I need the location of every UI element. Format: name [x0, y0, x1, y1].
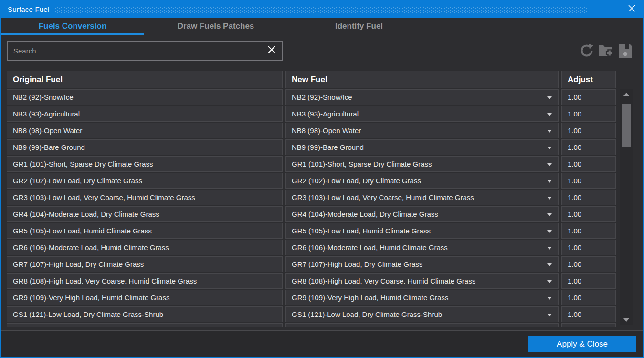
original-fuel-cell: GR2 (102)-Low Load, Dry Climate Grass: [7, 173, 283, 189]
adjust-value-cell[interactable]: 1.00: [561, 256, 616, 272]
scrollbar-thumb[interactable]: [622, 104, 631, 147]
chevron-down-icon: [547, 163, 552, 166]
column-header-new-fuel[interactable]: New Fuel: [285, 71, 559, 88]
table-row: GR8 (108)-High Load, Very Coarse, Humid …: [7, 273, 616, 289]
new-fuel-dropdown[interactable]: NB2 (92)-Snow/Ice: [285, 89, 559, 105]
new-fuel-dropdown[interactable]: GR5 (105)-Low Load, Humid Climate Grass: [285, 223, 559, 239]
table-row-partial: [7, 323, 616, 327]
adjust-value-cell[interactable]: 1.00: [561, 173, 616, 189]
original-fuel-cell: GR4 (104)-Moderate Load, Dry Climate Gra…: [7, 206, 283, 222]
chevron-down-icon: [547, 280, 552, 283]
table-row: GR1 (101)-Short, Sparse Dry Climate Gras…: [7, 156, 616, 172]
column-header-adjust[interactable]: Adjust: [561, 71, 616, 88]
table-header: Original Fuel New Fuel Adjust: [7, 71, 633, 88]
save-button[interactable]: [619, 43, 632, 58]
original-fuel-cell: NB3 (93)-Agricultural: [7, 106, 283, 122]
adjust-value-cell[interactable]: 1.00: [561, 106, 616, 122]
apply-close-button[interactable]: Apply & Close: [528, 336, 636, 352]
close-icon: [628, 5, 635, 13]
chevron-down-icon: [547, 197, 552, 200]
table-row: GR9 (109)-Very High Load, Humid Climate …: [7, 290, 616, 305]
chevron-down-icon: [547, 96, 552, 99]
chevron-down-icon: [547, 147, 552, 149]
new-fuel-dropdown[interactable]: GR3 (103)-Low Load, Very Coarse, Humid C…: [285, 190, 559, 205]
clear-search-button[interactable]: [263, 42, 281, 58]
search-input[interactable]: [7, 41, 283, 61]
refresh-icon: [580, 52, 594, 59]
add-folder-icon: [598, 52, 614, 59]
refresh-button[interactable]: [580, 43, 594, 58]
search-box: [7, 41, 283, 61]
new-fuel-dropdown[interactable]: NB8 (98)-Open Water: [285, 123, 559, 138]
original-fuel-cell: GR5 (105)-Low Load, Humid Climate Grass: [7, 223, 283, 239]
table-row: GS1 (121)-Low Load, Dry Climate Grass-Sh…: [7, 306, 616, 322]
table-row: GR6 (106)-Moderate Load, Humid Climate G…: [7, 240, 616, 255]
chevron-down-icon: [547, 297, 552, 300]
scroll-down-icon: [623, 318, 629, 322]
new-fuel-dropdown[interactable]: GR2 (102)-Low Load, Dry Climate Grass: [285, 173, 559, 189]
tab-bar: Fuels Conversion Draw Fuels Patches Iden…: [1, 18, 643, 34]
chevron-down-icon: [547, 263, 552, 266]
original-fuel-cell: GR8 (108)-High Load, Very Coarse, Humid …: [7, 273, 283, 289]
titlebar[interactable]: Surface Fuel: [0, 0, 644, 18]
scroll-up-button[interactable]: [620, 90, 633, 98]
toolbar: [580, 42, 632, 59]
tab-fuels-conversion[interactable]: Fuels Conversion: [1, 18, 144, 34]
adjust-value-cell[interactable]: 1.00: [561, 290, 616, 305]
table-row: GR4 (104)-Moderate Load, Dry Climate Gra…: [7, 206, 616, 222]
table-row: NB8 (98)-Open Water NB8 (98)-Open Water …: [7, 123, 616, 138]
table-row: NB9 (99)-Bare Ground NB9 (99)-Bare Groun…: [7, 139, 616, 155]
adjust-value-cell[interactable]: 1.00: [561, 273, 616, 289]
adjust-value-cell[interactable]: 1.00: [561, 306, 616, 322]
adjust-value-cell[interactable]: 1.00: [561, 123, 616, 138]
new-fuel-dropdown[interactable]: [285, 323, 559, 327]
titlebar-grip-pattern: [55, 6, 587, 13]
adjust-value-cell[interactable]: 1.00: [561, 190, 616, 205]
footer: Apply & Close: [1, 331, 643, 357]
original-fuel-cell: GR3 (103)-Low Load, Very Coarse, Humid C…: [7, 190, 283, 205]
table-rows-viewport: NB2 (92)-Snow/Ice NB2 (92)-Snow/Ice 1.00…: [7, 89, 616, 327]
new-fuel-dropdown[interactable]: NB3 (93)-Agricultural: [285, 106, 559, 122]
original-fuel-cell: NB9 (99)-Bare Ground: [7, 139, 283, 155]
chevron-down-icon: [547, 130, 552, 133]
new-fuel-dropdown[interactable]: NB9 (99)-Bare Ground: [285, 139, 559, 155]
original-fuel-cell: [7, 323, 283, 327]
adjust-value-cell[interactable]: 1.00: [561, 206, 616, 222]
original-fuel-cell: GR9 (109)-Very High Load, Humid Climate …: [7, 290, 283, 305]
table-row: NB3 (93)-Agricultural NB3 (93)-Agricultu…: [7, 106, 616, 122]
original-fuel-cell: GR7 (107)-High Load, Dry Climate Grass: [7, 256, 283, 272]
adjust-value-cell[interactable]: [561, 323, 616, 327]
new-fuel-dropdown[interactable]: GR8 (108)-High Load, Very Coarse, Humid …: [285, 273, 559, 289]
new-fuel-dropdown[interactable]: GR9 (109)-Very High Load, Humid Climate …: [285, 290, 559, 305]
new-fuel-dropdown[interactable]: GR6 (106)-Moderate Load, Humid Climate G…: [285, 240, 559, 255]
adjust-value-cell[interactable]: 1.00: [561, 156, 616, 172]
adjust-value-cell[interactable]: 1.00: [561, 240, 616, 255]
window-title: Surface Fuel: [8, 5, 49, 13]
scroll-down-button[interactable]: [620, 316, 633, 324]
clear-search-icon: [267, 45, 276, 55]
adjust-value-cell[interactable]: 1.00: [561, 223, 616, 239]
original-fuel-cell: GR6 (106)-Moderate Load, Humid Climate G…: [7, 240, 283, 255]
surface-fuel-dialog: Surface Fuel Fuels Conversion Draw Fuels…: [0, 0, 644, 358]
table-row: GR7 (107)-High Load, Dry Climate Grass G…: [7, 256, 616, 272]
new-fuel-dropdown[interactable]: GR7 (107)-High Load, Dry Climate Grass: [285, 256, 559, 272]
new-fuel-dropdown[interactable]: GR4 (104)-Moderate Load, Dry Climate Gra…: [285, 206, 559, 222]
table-row: GR2 (102)-Low Load, Dry Climate Grass GR…: [7, 173, 616, 189]
new-fuel-dropdown[interactable]: GS1 (121)-Low Load, Dry Climate Grass-Sh…: [285, 306, 559, 322]
chevron-down-icon: [547, 180, 552, 183]
original-fuel-cell: GS1 (121)-Low Load, Dry Climate Grass-Sh…: [7, 306, 283, 322]
original-fuel-cell: NB8 (98)-Open Water: [7, 123, 283, 138]
tab-draw-fuels-patches[interactable]: Draw Fuels Patches: [144, 18, 287, 34]
adjust-value-cell[interactable]: 1.00: [561, 89, 616, 105]
window-border-left: [0, 18, 1, 358]
vertical-scrollbar[interactable]: [620, 89, 633, 325]
new-fuel-dropdown[interactable]: GR1 (101)-Short, Sparse Dry Climate Gras…: [285, 156, 559, 172]
fuels-conversion-table: Original Fuel New Fuel Adjust NB2 (92)-S…: [7, 71, 633, 88]
adjust-value-cell[interactable]: 1.00: [561, 139, 616, 155]
column-header-original-fuel[interactable]: Original Fuel: [7, 71, 283, 88]
tab-identify-fuel[interactable]: Identify Fuel: [287, 18, 431, 34]
chevron-down-icon: [547, 247, 552, 250]
close-button[interactable]: [622, 0, 641, 18]
add-folder-button[interactable]: [598, 43, 614, 58]
original-fuel-cell: GR1 (101)-Short, Sparse Dry Climate Gras…: [7, 156, 283, 172]
